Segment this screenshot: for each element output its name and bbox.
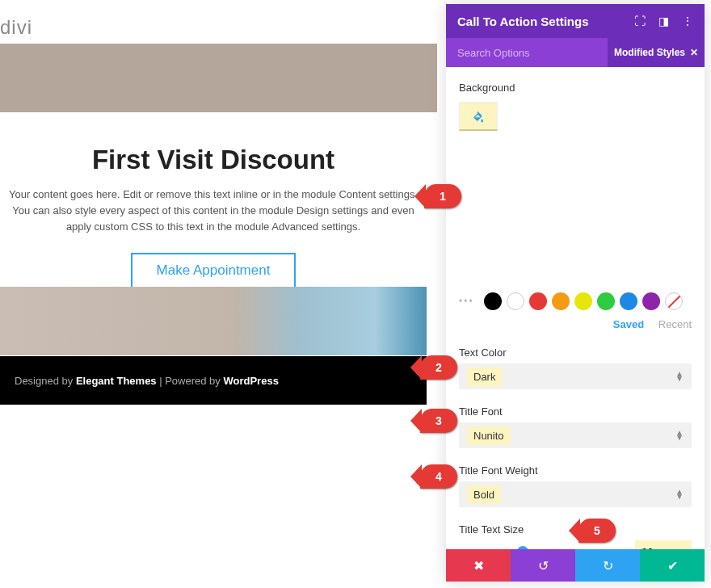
footer-brand[interactable]: Elegant Themes <box>76 375 157 387</box>
footer-platform[interactable]: WordPress <box>223 375 278 387</box>
panel-actions: ✖ ↺ ↻ ✔ <box>446 549 705 582</box>
panel-title: Call To Action Settings <box>457 15 589 28</box>
color-swatch-green[interactable] <box>597 292 615 310</box>
text-color-label: Text Color <box>459 346 692 359</box>
title-weight-label: Title Font Weight <box>459 464 692 477</box>
annotation-pin-4: 4 <box>420 464 457 489</box>
redo-icon: ↻ <box>603 558 613 573</box>
color-swatch-yellow[interactable] <box>574 292 592 310</box>
cta-module: First Visit Discount Your content goes h… <box>0 112 427 288</box>
color-swatch-blue[interactable] <box>620 292 637 310</box>
title-weight-select[interactable]: Bold ▲▼ <box>459 481 692 507</box>
cta-description[interactable]: Your content goes here. Edit or remove t… <box>8 187 419 235</box>
title-font-label: Title Font <box>459 405 692 418</box>
background-label: Background <box>459 82 692 94</box>
text-color-value: Dark <box>467 368 502 386</box>
settings-panel: Call To Action Settings ⛶ ◨ ⋮ Search Opt… <box>446 4 705 582</box>
title-size-input[interactable]: 36px <box>635 540 692 549</box>
panel-header: Call To Action Settings ⛶ ◨ ⋮ <box>446 4 705 38</box>
title-weight-value: Bold <box>467 485 501 504</box>
title-font-value: Nunito <box>467 426 511 445</box>
undo-button[interactable]: ↺ <box>511 549 575 582</box>
save-button[interactable]: ✔ <box>640 549 705 582</box>
color-swatch-none[interactable] <box>665 292 683 310</box>
redo-button[interactable]: ↻ <box>575 549 640 582</box>
color-swatch-white[interactable] <box>507 292 524 310</box>
check-icon: ✔ <box>667 558 678 573</box>
title-font-select[interactable]: Nunito ▲▼ <box>459 422 692 448</box>
hero-top-image <box>0 44 437 112</box>
expand-icon[interactable]: ⛶ <box>634 15 646 27</box>
cancel-button[interactable]: ✖ <box>446 549 511 582</box>
footer-prefix: Designed by <box>15 375 76 387</box>
more-icon[interactable]: ••• <box>459 296 474 307</box>
undo-icon: ↺ <box>538 558 549 573</box>
text-color-select[interactable]: Dark ▲▼ <box>459 363 692 389</box>
paint-bucket-icon <box>472 110 485 123</box>
menu-icon[interactable]: ⋮ <box>682 15 693 27</box>
annotation-pin-3: 3 <box>420 409 457 433</box>
chevron-icon: ▲▼ <box>675 430 684 440</box>
hero-bottom-image <box>0 287 427 355</box>
footer: Designed by Elegant Themes | Powered by … <box>0 356 427 405</box>
tag-label: Modified Styles <box>614 47 685 58</box>
close-icon: ✖ <box>473 558 484 573</box>
modified-styles-tag[interactable]: Modified Styles ✕ <box>608 38 705 67</box>
color-swatch-row: ••• <box>459 292 692 310</box>
slider-thumb[interactable] <box>517 546 528 549</box>
chevron-icon: ▲▼ <box>675 372 684 381</box>
annotation-pin-2: 2 <box>420 355 457 380</box>
logo: divi <box>0 16 32 39</box>
background-color-swatch[interactable] <box>459 102 498 131</box>
recent-tab[interactable]: Recent <box>658 318 692 330</box>
cta-title[interactable]: First Visit Discount <box>8 145 419 175</box>
make-appointment-button[interactable]: Make Appointment <box>131 253 297 288</box>
panel-subheader: Search Options Modified Styles ✕ <box>446 38 705 67</box>
color-swatch-red[interactable] <box>529 292 547 310</box>
chevron-icon: ▲▼ <box>675 489 684 499</box>
search-input[interactable]: Search Options <box>457 47 530 59</box>
dock-icon[interactable]: ◨ <box>658 15 669 27</box>
color-swatch-black[interactable] <box>484 292 502 310</box>
annotation-pin-5: 5 <box>578 519 616 543</box>
annotation-pin-1: 1 <box>424 184 461 208</box>
color-swatch-orange[interactable] <box>552 292 570 310</box>
saved-tab[interactable]: Saved <box>613 318 644 330</box>
close-icon[interactable]: ✕ <box>690 47 698 58</box>
color-swatch-purple[interactable] <box>642 292 660 310</box>
footer-mid: | Powered by <box>157 375 224 387</box>
